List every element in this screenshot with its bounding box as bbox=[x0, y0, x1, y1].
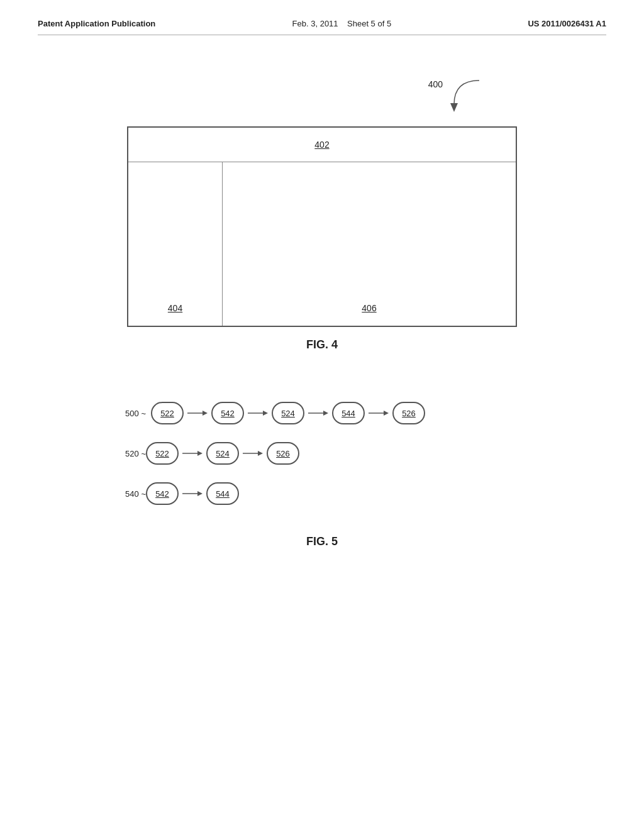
flow-node-544-r500: 544 bbox=[332, 402, 365, 424]
flow-node-522-r520: 522 bbox=[146, 442, 179, 465]
flow-row-500: 500 ~ 522 542 524 544 526 bbox=[102, 402, 542, 424]
svg-marker-8 bbox=[384, 411, 389, 416]
arrow-r500-1 bbox=[186, 408, 209, 418]
header-publication: Patent Application Publication bbox=[38, 19, 155, 28]
fig4-label-404: 404 bbox=[168, 303, 182, 313]
fig4-right-panel: 406 bbox=[223, 162, 516, 326]
arrow-r540-1 bbox=[181, 489, 204, 499]
svg-marker-14 bbox=[197, 491, 203, 496]
header-date: Feb. 3, 2011 bbox=[292, 19, 338, 28]
flow-node-524-r520: 524 bbox=[206, 442, 239, 465]
fig4-label-406: 406 bbox=[362, 303, 376, 313]
fig5-section: 500 ~ 522 542 524 544 526 bbox=[38, 402, 606, 548]
fig5-flow-diagram: 500 ~ 522 542 524 544 526 bbox=[102, 402, 542, 523]
arrow-r500-3 bbox=[307, 408, 330, 418]
page: Patent Application Publication Feb. 3, 2… bbox=[0, 0, 644, 830]
header-date-sheet: Feb. 3, 2011 Sheet 5 of 5 bbox=[292, 19, 392, 28]
flow-row-520: 520 ~ 522 524 526 bbox=[102, 442, 542, 465]
svg-marker-0 bbox=[450, 103, 458, 112]
header-sheet: Sheet 5 of 5 bbox=[347, 19, 391, 28]
fig4-section: 400 402 404 406 bbox=[38, 73, 606, 383]
flow-node-522-r500: 522 bbox=[151, 402, 184, 424]
flow-node-544-r540: 544 bbox=[206, 482, 239, 505]
row-520-label: 520 ~ bbox=[102, 449, 146, 458]
page-header: Patent Application Publication Feb. 3, 2… bbox=[38, 19, 606, 35]
fig4-main-box: 402 404 406 bbox=[127, 126, 517, 327]
flow-node-524-r500: 524 bbox=[272, 402, 304, 424]
flow-node-526-r500: 526 bbox=[392, 402, 425, 424]
fig4-left-panel: 404 bbox=[128, 162, 223, 326]
row-540-label: 540 ~ bbox=[102, 489, 146, 499]
svg-marker-2 bbox=[203, 411, 208, 416]
flow-node-526-r520: 526 bbox=[267, 442, 299, 465]
arrow-r520-1 bbox=[181, 448, 204, 458]
arrow-r500-4 bbox=[367, 408, 390, 418]
fig4-bottom-row: 404 406 bbox=[128, 162, 516, 326]
row-500-label: 500 ~ bbox=[102, 409, 146, 418]
fig5-label: FIG. 5 bbox=[306, 535, 338, 548]
svg-marker-4 bbox=[263, 411, 268, 416]
flow-node-542-r540: 542 bbox=[146, 482, 179, 505]
svg-marker-10 bbox=[197, 451, 203, 456]
arrow-400-container: 400 bbox=[127, 73, 517, 126]
flow-row-540: 540 ~ 542 544 bbox=[102, 482, 542, 505]
arrow-r520-2 bbox=[242, 448, 264, 458]
arrow-r500-2 bbox=[247, 408, 269, 418]
arrow-400-svg bbox=[416, 73, 498, 123]
fig4-label: FIG. 4 bbox=[306, 338, 338, 351]
svg-marker-12 bbox=[258, 451, 263, 456]
header-patent-number: US 2011/0026431 A1 bbox=[528, 19, 606, 28]
fig4-label-402: 402 bbox=[314, 140, 329, 150]
svg-marker-6 bbox=[323, 411, 328, 416]
flow-node-542-r500: 542 bbox=[211, 402, 244, 424]
fig4-top-bar: 402 bbox=[128, 128, 516, 162]
